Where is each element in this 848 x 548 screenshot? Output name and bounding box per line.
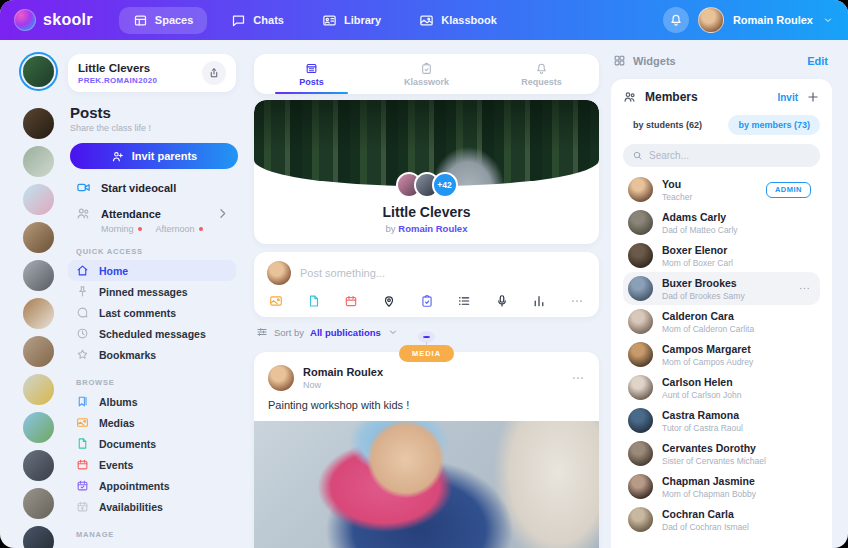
post-author-name[interactable]: Romain Roulex: [303, 366, 383, 378]
space-avatar[interactable]: [23, 184, 54, 215]
search-icon: [632, 150, 643, 161]
member-row[interactable]: Chapman JasmineMom of Chapman Bobby: [623, 470, 820, 503]
chevron-down-icon[interactable]: [387, 326, 399, 338]
member-count-badge[interactable]: +42: [432, 172, 458, 198]
star-icon: [76, 348, 89, 361]
sort-value-dropdown[interactable]: All publications: [310, 327, 381, 338]
class-card[interactable]: Little Clevers PREK.ROMAIN2020: [68, 54, 236, 92]
attach-mic-icon[interactable]: [495, 294, 509, 308]
nav-item-chats[interactable]: Chats: [217, 7, 298, 34]
user-avatar[interactable]: [698, 7, 724, 33]
attach-poll-icon[interactable]: [532, 294, 546, 308]
member-avatars-stack[interactable]: +42: [254, 172, 599, 198]
member-meta: YouTeacher: [662, 178, 692, 202]
albums-icon: [76, 395, 89, 408]
nav-item-klassbook[interactable]: Klassbook: [405, 7, 511, 34]
member-row[interactable]: Buxer BrookesDad of Brookes Samy: [623, 272, 820, 305]
bell-icon: [669, 13, 683, 27]
space-avatar[interactable]: [23, 222, 54, 253]
chevron-down-icon[interactable]: [822, 14, 834, 26]
edit-widgets-button[interactable]: Edit: [807, 55, 828, 67]
member-row[interactable]: Calderon CaraMom of Calderon Carlita: [623, 305, 820, 338]
tab-requests[interactable]: Requests: [484, 54, 599, 94]
post-more-button[interactable]: [571, 371, 585, 385]
sidebar-item-albums[interactable]: Albums: [68, 391, 236, 412]
tab-posts[interactable]: Posts: [254, 54, 369, 94]
sidebar-item-scheduled-messages[interactable]: Scheduled messages: [68, 323, 236, 344]
attendance-button[interactable]: Attendance: [76, 206, 236, 221]
active-tab-underline: [275, 92, 349, 95]
sidebar-item-label: Availabilities: [99, 501, 163, 513]
members-search[interactable]: [623, 144, 820, 167]
attendance-slot[interactable]: Morning: [101, 224, 142, 234]
members-tab[interactable]: by members (73): [728, 115, 820, 135]
member-row[interactable]: YouTeacherADMIN: [623, 173, 820, 206]
nav-item-label: Library: [344, 14, 381, 26]
attach-calendar-icon[interactable]: [344, 294, 358, 308]
members-tab[interactable]: by students (62): [623, 115, 712, 135]
invite-parents-button[interactable]: Invit parents: [70, 143, 238, 169]
menu-group-label: BROWSE: [76, 378, 236, 387]
space-avatar[interactable]: [23, 526, 54, 548]
space-avatar[interactable]: [23, 374, 54, 405]
attach-list-icon[interactable]: [457, 294, 471, 308]
notifications-button[interactable]: [663, 7, 689, 33]
space-avatar[interactable]: [23, 412, 54, 443]
attach-location-icon[interactable]: [382, 294, 396, 308]
chevron-right-icon: [215, 206, 230, 221]
status-dot: [199, 227, 203, 231]
nav-item-spaces[interactable]: Spaces: [119, 7, 208, 34]
post-timestamp: Now: [303, 380, 383, 390]
members-search-input[interactable]: [649, 150, 811, 161]
sidebar-item-pinned-messages[interactable]: Pinned messages: [68, 281, 236, 302]
post-input[interactable]: [300, 267, 586, 279]
attach-clipboard-icon[interactable]: [420, 294, 434, 308]
sidebar-item-last-comments[interactable]: Last comments: [68, 302, 236, 323]
member-more-button[interactable]: [798, 282, 811, 295]
class-author-link[interactable]: Romain Roulex: [398, 223, 467, 234]
nav-item-library[interactable]: Library: [308, 7, 395, 34]
space-avatar[interactable]: [23, 298, 54, 329]
sort-row: Sort by All publications: [256, 326, 597, 338]
start-videocall-button[interactable]: Start videocall: [76, 180, 236, 195]
post-author-avatar[interactable]: [268, 365, 294, 391]
member-avatar: [628, 342, 653, 367]
space-avatar[interactable]: [23, 108, 54, 139]
sidebar-item-members[interactable]: Members: [68, 543, 236, 548]
sidebar-item-medias[interactable]: Medias: [68, 412, 236, 433]
attach-media-icon[interactable]: [269, 294, 283, 308]
share-class-button[interactable]: [202, 61, 226, 85]
members-title: Members: [645, 90, 698, 104]
page-body: Little Clevers PREK.ROMAIN2020 Posts Sha…: [0, 40, 848, 548]
sidebar-item-home[interactable]: Home: [68, 260, 236, 281]
sidebar-item-availabilities[interactable]: Availabilities: [68, 496, 236, 517]
sidebar-item-appointments[interactable]: Appointments: [68, 475, 236, 496]
tab-klasswork[interactable]: Klasswork: [369, 54, 484, 94]
member-row[interactable]: Carlson HelenAunt of Carlson John: [623, 371, 820, 404]
member-meta: Carlson HelenAunt of Carlson John: [662, 376, 741, 400]
timeline-line: [426, 342, 427, 344]
member-row[interactable]: Adams CarlyDad of Matteo Carly: [623, 206, 820, 239]
member-meta: Calderon CaraMom of Calderon Carlita: [662, 310, 754, 334]
add-member-button[interactable]: [806, 90, 820, 104]
sidebar-item-events[interactable]: Events: [68, 454, 236, 475]
space-avatar[interactable]: [23, 146, 54, 177]
attendance-slot[interactable]: Afternoon: [156, 224, 203, 234]
member-row[interactable]: Campos MargaretMom of Campos Audrey: [623, 338, 820, 371]
member-row[interactable]: Castra RamonaTutor of Castra Raoul: [623, 404, 820, 437]
app-logo[interactable]: skoolr: [14, 9, 93, 31]
member-row[interactable]: Cervantes DorothySister of Cervantes Mic…: [623, 437, 820, 470]
member-row[interactable]: Cochran CarlaDad of Cochran Ismael: [623, 503, 820, 536]
space-avatar[interactable]: [23, 56, 54, 87]
sidebar-item-bookmarks[interactable]: Bookmarks: [68, 344, 236, 365]
attach-document-icon[interactable]: [307, 294, 321, 308]
space-avatar[interactable]: [23, 450, 54, 481]
invite-members-button[interactable]: Invit: [777, 92, 798, 103]
space-avatar[interactable]: [23, 260, 54, 291]
space-avatar[interactable]: [23, 488, 54, 519]
member-row[interactable]: Boxer ElenorMom of Boxer Carl: [623, 239, 820, 272]
sidebar-item-documents[interactable]: Documents: [68, 433, 236, 454]
space-avatar[interactable]: [23, 336, 54, 367]
attach-more-icon[interactable]: [570, 294, 584, 308]
post-image[interactable]: [254, 421, 599, 548]
